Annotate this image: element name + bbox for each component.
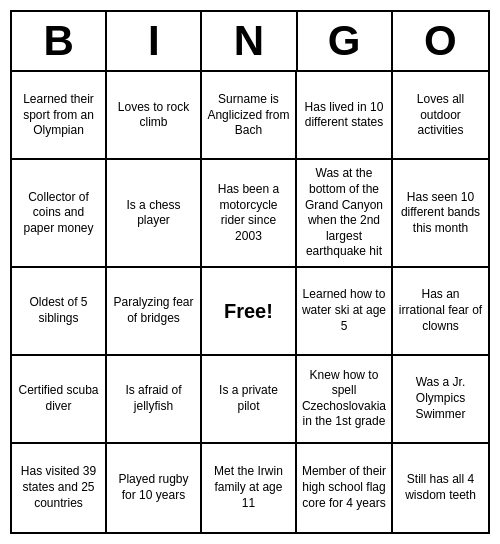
bingo-cell-text-2: Surname is Anglicized from Bach [207, 92, 290, 139]
bingo-cell-12[interactable]: Free! [202, 268, 297, 356]
bingo-cell-text-9: Has seen 10 different bands this month [398, 190, 483, 237]
bingo-cell-text-1: Loves to rock climb [112, 100, 195, 131]
bingo-cell-text-4: Loves all outdoor activities [398, 92, 483, 139]
bingo-cell-text-3: Has lived in 10 different states [302, 100, 386, 131]
bingo-cell-3[interactable]: Has lived in 10 different states [297, 72, 393, 160]
bingo-letter-b: B [12, 12, 107, 70]
bingo-cell-text-5: Collector of coins and paper money [17, 190, 100, 237]
bingo-cell-13[interactable]: Learned how to water ski at age 5 [297, 268, 393, 356]
bingo-cell-4[interactable]: Loves all outdoor activities [393, 72, 488, 160]
bingo-cell-16[interactable]: Is afraid of jellyfish [107, 356, 202, 444]
bingo-grid: Learned their sport from an OlympianLove… [12, 72, 488, 532]
bingo-cell-6[interactable]: Is a chess player [107, 160, 202, 268]
bingo-cell-text-12: Free! [224, 298, 273, 324]
bingo-cell-text-0: Learned their sport from an Olympian [17, 92, 100, 139]
bingo-cell-text-14: Has an irrational fear of clowns [398, 287, 483, 334]
bingo-letter-g: G [298, 12, 393, 70]
bingo-cell-text-6: Is a chess player [112, 198, 195, 229]
bingo-cell-text-16: Is afraid of jellyfish [112, 383, 195, 414]
bingo-cell-text-19: Was a Jr. Olympics Swimmer [398, 375, 483, 422]
bingo-cell-2[interactable]: Surname is Anglicized from Bach [202, 72, 297, 160]
bingo-cell-text-8: Was at the bottom of the Grand Canyon wh… [302, 166, 386, 260]
bingo-cell-text-18: Knew how to spell Czechoslovakia in the … [302, 368, 386, 430]
bingo-cell-9[interactable]: Has seen 10 different bands this month [393, 160, 488, 268]
bingo-cell-0[interactable]: Learned their sport from an Olympian [12, 72, 107, 160]
bingo-header: BINGO [12, 12, 488, 72]
bingo-cell-text-21: Played rugby for 10 years [112, 472, 195, 503]
bingo-cell-14[interactable]: Has an irrational fear of clowns [393, 268, 488, 356]
bingo-cell-text-20: Has visited 39 states and 25 countries [17, 464, 100, 511]
bingo-cell-text-17: Is a private pilot [207, 383, 290, 414]
bingo-cell-19[interactable]: Was a Jr. Olympics Swimmer [393, 356, 488, 444]
bingo-cell-text-7: Has been a motorcycle rider since 2003 [207, 182, 290, 244]
bingo-cell-17[interactable]: Is a private pilot [202, 356, 297, 444]
bingo-cell-1[interactable]: Loves to rock climb [107, 72, 202, 160]
bingo-letter-o: O [393, 12, 488, 70]
bingo-cell-5[interactable]: Collector of coins and paper money [12, 160, 107, 268]
bingo-letter-n: N [202, 12, 297, 70]
bingo-cell-text-24: Still has all 4 wisdom teeth [398, 472, 483, 503]
bingo-cell-8[interactable]: Was at the bottom of the Grand Canyon wh… [297, 160, 393, 268]
bingo-cell-20[interactable]: Has visited 39 states and 25 countries [12, 444, 107, 532]
bingo-cell-22[interactable]: Met the Irwin family at age 11 [202, 444, 297, 532]
bingo-cell-18[interactable]: Knew how to spell Czechoslovakia in the … [297, 356, 393, 444]
bingo-cell-10[interactable]: Oldest of 5 siblings [12, 268, 107, 356]
bingo-cell-21[interactable]: Played rugby for 10 years [107, 444, 202, 532]
bingo-cell-text-13: Learned how to water ski at age 5 [302, 287, 386, 334]
bingo-cell-text-15: Certified scuba diver [17, 383, 100, 414]
bingo-cell-15[interactable]: Certified scuba diver [12, 356, 107, 444]
bingo-cell-text-22: Met the Irwin family at age 11 [207, 464, 290, 511]
bingo-cell-text-10: Oldest of 5 siblings [17, 295, 100, 326]
bingo-card: BINGO Learned their sport from an Olympi… [10, 10, 490, 534]
bingo-cell-text-11: Paralyzing fear of bridges [112, 295, 195, 326]
bingo-cell-text-23: Member of their high school flag core fo… [302, 464, 386, 511]
bingo-letter-i: I [107, 12, 202, 70]
bingo-cell-24[interactable]: Still has all 4 wisdom teeth [393, 444, 488, 532]
bingo-cell-23[interactable]: Member of their high school flag core fo… [297, 444, 393, 532]
bingo-cell-11[interactable]: Paralyzing fear of bridges [107, 268, 202, 356]
bingo-cell-7[interactable]: Has been a motorcycle rider since 2003 [202, 160, 297, 268]
